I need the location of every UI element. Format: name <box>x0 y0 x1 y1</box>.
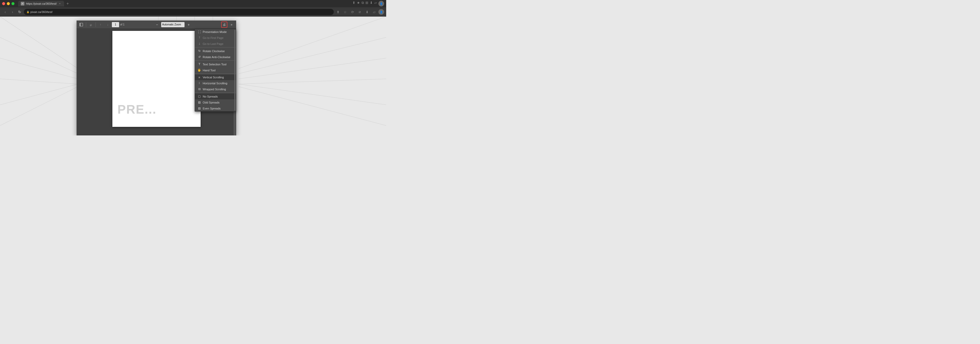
menu-item-vertical-scroll[interactable]: ≡Vertical Scrolling <box>195 75 236 80</box>
menu-item-hand-tool[interactable]: 🖐Hand Tool <box>195 67 236 73</box>
menu-item-horizontal-scroll[interactable]: ⁞Horizontal Scrolling <box>195 80 236 86</box>
window-control-share[interactable]: ⬆ <box>352 1 355 6</box>
menu-item-text-selection[interactable]: 𝖳Text Selection Tool <box>195 61 236 67</box>
main-content: ⌕ ↑ ↓ 1 of 1 − + 🖨 » ⛶Presentation Mode⤒… <box>0 17 386 135</box>
svg-line-7 <box>239 37 386 74</box>
zoom-select[interactable] <box>161 22 185 27</box>
minimize-button[interactable] <box>7 2 10 5</box>
address-bar[interactable]: 🔒 pixair.ca/360/test/ <box>24 9 334 15</box>
profile-avatar[interactable]: 👤 <box>379 1 384 6</box>
menu-item-label-go-first-page: Go to First Page <box>203 36 223 40</box>
nav-bar: ‹ › ↻ 🔒 pixair.ca/360/test/ ⬆ ☆ ⟳ ⧄ ⬇ ▱ … <box>0 7 386 17</box>
active-tab[interactable]: P https://pixair.ca/360/test/ × <box>18 1 64 6</box>
menu-item-wrapped-scroll[interactable]: ⊟Wrapped Scrolling <box>195 86 236 92</box>
extensions-icon[interactable]: ⧄ <box>356 9 363 15</box>
pdf-toolbar: ⌕ ↑ ↓ 1 of 1 − + 🖨 » ⛶Presentation Mode⤒… <box>76 21 236 29</box>
even-spreads-icon: ▨ <box>197 107 201 110</box>
prev-page-button[interactable]: ↑ <box>97 22 103 28</box>
next-page-button[interactable]: ↓ <box>105 22 111 28</box>
back-button[interactable]: ‹ <box>2 9 8 15</box>
tab-label: https://pixair.ca/360/test/ <box>26 2 57 5</box>
page-number-input[interactable]: 1 <box>112 22 119 27</box>
svg-line-4 <box>0 84 78 105</box>
title-bar: P https://pixair.ca/360/test/ × + ⬆ ★ ⧉ … <box>0 0 386 7</box>
menu-item-no-spreads[interactable]: ▢No Spreads <box>195 94 236 99</box>
svg-rect-17 <box>80 23 81 26</box>
zoom-in-button[interactable]: + <box>186 22 192 28</box>
rotate-ccw-icon: ↺ <box>197 55 201 59</box>
menu-divider <box>195 47 236 48</box>
tab-bar: P https://pixair.ca/360/test/ × + <box>18 0 70 7</box>
svg-line-2 <box>0 58 78 79</box>
bookmark-icon[interactable]: ☆ <box>342 9 348 15</box>
more-tools-button[interactable]: » <box>228 22 235 28</box>
window-control-download[interactable]: ⬇ <box>370 1 373 6</box>
share-icon[interactable]: ⬆ <box>335 9 341 15</box>
svg-line-11 <box>239 87 386 125</box>
svg-line-8 <box>239 58 386 79</box>
window-control-extensions[interactable]: ⧉ <box>361 1 364 6</box>
svg-line-10 <box>239 84 386 105</box>
window-control-bookmark[interactable]: ★ <box>357 1 360 6</box>
vertical-scroll-icon: ≡ <box>197 76 201 79</box>
menu-item-presentation-mode[interactable]: ⛶Presentation Mode <box>195 29 236 35</box>
forward-button[interactable]: › <box>10 9 16 15</box>
wrapped-scroll-icon: ⊟ <box>197 87 201 91</box>
svg-line-9 <box>239 79 386 84</box>
presentation-mode-icon: ⛶ <box>197 30 201 33</box>
menu-divider <box>195 74 236 74</box>
menu-item-label-vertical-scroll: Vertical Scrolling <box>203 76 224 79</box>
download-icon[interactable]: ⬇ <box>364 9 370 15</box>
close-button[interactable] <box>2 2 5 5</box>
rotate-cw-icon: ↻ <box>197 49 201 53</box>
svg-line-0 <box>0 17 78 68</box>
user-avatar[interactable]: 👤 <box>379 9 384 15</box>
tab-favicon: P <box>21 2 24 5</box>
svg-line-6 <box>239 17 386 68</box>
menu-item-label-presentation-mode: Presentation Mode <box>203 30 227 33</box>
reload-button[interactable]: ↻ <box>17 9 23 15</box>
menu-item-label-odd-spreads: Odd Spreads <box>203 101 220 104</box>
menu-item-rotate-cw[interactable]: ↻Rotate Clockwise <box>195 48 236 54</box>
menu-item-go-first-page: ⤒Go to First Page <box>195 35 236 41</box>
zoom-out-button[interactable]: − <box>154 22 160 28</box>
hand-tool-icon: 🖐 <box>197 68 201 72</box>
search-button[interactable]: ⌕ <box>88 22 94 28</box>
address-text: pixair.ca/360/test/ <box>30 10 52 13</box>
page-total-label: of 1 <box>120 23 124 26</box>
sidebar-toggle-button[interactable] <box>78 22 84 28</box>
menu-item-label-no-spreads: No Spreads <box>203 95 218 98</box>
menu-item-label-hand-tool: Hand Tool <box>203 69 215 72</box>
menu-item-odd-spreads[interactable]: ▨Odd Spreads <box>195 99 236 105</box>
pdf-viewer: ⌕ ↑ ↓ 1 of 1 − + 🖨 » ⛶Presentation Mode⤒… <box>76 21 236 135</box>
dropdown-scrollbar[interactable] <box>234 30 235 111</box>
menu-item-even-spreads[interactable]: ▨Even Spreads <box>195 105 236 111</box>
print-button[interactable]: 🖨 <box>221 22 228 28</box>
menu-item-label-rotate-cw: Rotate Clockwise <box>203 49 225 53</box>
menu-item-rotate-ccw[interactable]: ↺Rotate Anti-Clockwise <box>195 54 236 60</box>
new-tab-button[interactable]: + <box>65 1 70 6</box>
svg-line-3 <box>0 79 78 84</box>
svg-line-5 <box>0 87 78 125</box>
tab-close-button[interactable]: × <box>58 2 62 5</box>
dropdown-menu: ⛶Presentation Mode⤒Go to First Page⤓Go t… <box>195 29 236 111</box>
menu-divider <box>195 60 236 61</box>
menu-item-go-last-page: ⤓Go to Last Page <box>195 41 236 47</box>
go-last-page-icon: ⤓ <box>197 42 201 45</box>
split-view-icon[interactable]: ▱ <box>371 9 377 15</box>
maximize-button[interactable] <box>11 2 14 5</box>
pdf-page: PRE... <box>112 31 200 127</box>
menu-item-label-go-last-page: Go to Last Page <box>203 42 223 45</box>
window-control-sidebar[interactable]: ▱ <box>374 1 377 6</box>
window-control-puzzle[interactable]: ⊞ <box>366 1 368 6</box>
pdf-page-content: PRE... <box>118 102 157 116</box>
menu-item-label-horizontal-scroll: Horizontal Scrolling <box>203 82 228 85</box>
odd-spreads-icon: ▨ <box>197 101 201 104</box>
toolbar-separator-2 <box>95 22 96 27</box>
svg-line-1 <box>0 37 78 74</box>
menu-item-label-wrapped-scroll: Wrapped Scrolling <box>203 88 226 91</box>
sync-icon[interactable]: ⟳ <box>349 9 356 15</box>
horizontal-scroll-icon: ⁞ <box>197 81 201 85</box>
menu-item-label-text-selection: Text Selection Tool <box>203 63 227 66</box>
menu-item-label-even-spreads: Even Spreads <box>203 107 221 110</box>
